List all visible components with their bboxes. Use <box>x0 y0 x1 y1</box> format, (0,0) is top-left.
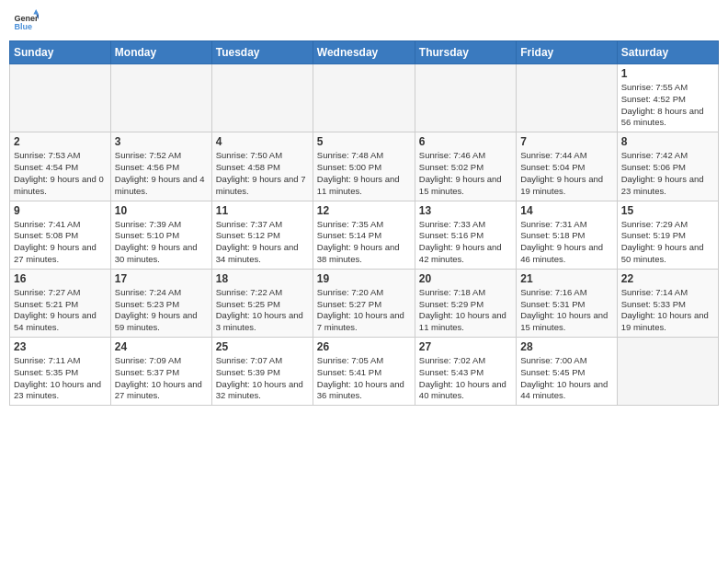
logo-icon: General Blue <box>13 9 39 35</box>
day-number: 1 <box>621 67 714 80</box>
day-number: 17 <box>115 272 208 285</box>
calendar-cell: 26Sunrise: 7:05 AM Sunset: 5:41 PM Dayli… <box>313 338 415 406</box>
calendar-cell: 19Sunrise: 7:20 AM Sunset: 5:27 PM Dayli… <box>313 269 415 337</box>
day-number: 19 <box>317 272 411 285</box>
logo: General Blue <box>13 9 39 35</box>
day-info: Sunrise: 7:05 AM Sunset: 5:41 PM Dayligh… <box>317 355 411 402</box>
day-number: 10 <box>115 204 208 217</box>
calendar-cell: 1Sunrise: 7:55 AM Sunset: 4:52 PM Daylig… <box>617 64 718 132</box>
weekday-header-saturday: Saturday <box>617 41 718 64</box>
calendar-cell: 16Sunrise: 7:27 AM Sunset: 5:21 PM Dayli… <box>10 269 111 337</box>
day-number: 2 <box>14 135 107 148</box>
weekday-header-friday: Friday <box>517 41 617 64</box>
day-number: 8 <box>621 135 714 148</box>
day-info: Sunrise: 7:22 AM Sunset: 5:25 PM Dayligh… <box>216 287 309 334</box>
weekday-header-tuesday: Tuesday <box>211 41 313 64</box>
calendar-cell: 2Sunrise: 7:53 AM Sunset: 4:54 PM Daylig… <box>10 132 111 201</box>
day-info: Sunrise: 7:18 AM Sunset: 5:29 PM Dayligh… <box>419 287 512 334</box>
weekday-header-row: SundayMondayTuesdayWednesdayThursdayFrid… <box>10 41 719 64</box>
day-info: Sunrise: 7:42 AM Sunset: 5:06 PM Dayligh… <box>621 150 714 197</box>
day-info: Sunrise: 7:09 AM Sunset: 5:37 PM Dayligh… <box>115 355 208 402</box>
day-info: Sunrise: 7:35 AM Sunset: 5:14 PM Dayligh… <box>317 219 411 266</box>
calendar-cell: 22Sunrise: 7:14 AM Sunset: 5:33 PM Dayli… <box>617 269 718 337</box>
calendar-cell <box>415 64 516 132</box>
calendar-cell: 17Sunrise: 7:24 AM Sunset: 5:23 PM Dayli… <box>110 269 211 337</box>
day-info: Sunrise: 7:50 AM Sunset: 4:58 PM Dayligh… <box>216 150 309 197</box>
calendar-cell: 23Sunrise: 7:11 AM Sunset: 5:35 PM Dayli… <box>10 338 111 406</box>
weekday-header-monday: Monday <box>110 41 211 64</box>
day-info: Sunrise: 7:33 AM Sunset: 5:16 PM Dayligh… <box>419 219 512 266</box>
day-number: 23 <box>14 340 107 353</box>
day-number: 13 <box>419 204 512 217</box>
day-number: 3 <box>115 135 208 148</box>
calendar-week-row: 1Sunrise: 7:55 AM Sunset: 4:52 PM Daylig… <box>10 64 719 132</box>
calendar-table: SundayMondayTuesdayWednesdayThursdayFrid… <box>9 40 719 406</box>
day-info: Sunrise: 7:20 AM Sunset: 5:27 PM Dayligh… <box>317 287 411 334</box>
calendar-cell: 3Sunrise: 7:52 AM Sunset: 4:56 PM Daylig… <box>110 132 211 201</box>
day-number: 20 <box>419 272 512 285</box>
calendar-cell <box>10 64 111 132</box>
day-info: Sunrise: 7:14 AM Sunset: 5:33 PM Dayligh… <box>621 287 714 334</box>
page-header: General Blue <box>9 9 719 35</box>
day-number: 4 <box>216 135 309 148</box>
day-number: 5 <box>317 135 411 148</box>
calendar-cell: 13Sunrise: 7:33 AM Sunset: 5:16 PM Dayli… <box>415 201 516 269</box>
calendar-cell <box>110 64 211 132</box>
day-info: Sunrise: 7:55 AM Sunset: 4:52 PM Dayligh… <box>621 82 714 129</box>
day-number: 11 <box>216 204 309 217</box>
svg-marker-2 <box>33 9 39 15</box>
day-info: Sunrise: 7:24 AM Sunset: 5:23 PM Dayligh… <box>115 287 208 334</box>
day-info: Sunrise: 7:39 AM Sunset: 5:10 PM Dayligh… <box>115 219 208 266</box>
day-info: Sunrise: 7:37 AM Sunset: 5:12 PM Dayligh… <box>216 219 309 266</box>
calendar-cell <box>313 64 415 132</box>
calendar-cell: 21Sunrise: 7:16 AM Sunset: 5:31 PM Dayli… <box>517 269 617 337</box>
day-info: Sunrise: 7:52 AM Sunset: 4:56 PM Dayligh… <box>115 150 208 197</box>
svg-text:General: General <box>14 14 39 23</box>
calendar-cell: 10Sunrise: 7:39 AM Sunset: 5:10 PM Dayli… <box>110 201 211 269</box>
day-info: Sunrise: 7:29 AM Sunset: 5:19 PM Dayligh… <box>621 219 714 266</box>
calendar-cell: 12Sunrise: 7:35 AM Sunset: 5:14 PM Dayli… <box>313 201 415 269</box>
day-number: 21 <box>520 272 612 285</box>
day-number: 26 <box>317 340 411 353</box>
calendar-cell: 4Sunrise: 7:50 AM Sunset: 4:58 PM Daylig… <box>211 132 313 201</box>
calendar-cell: 20Sunrise: 7:18 AM Sunset: 5:29 PM Dayli… <box>415 269 516 337</box>
calendar-cell: 27Sunrise: 7:02 AM Sunset: 5:43 PM Dayli… <box>415 338 516 406</box>
day-number: 12 <box>317 204 411 217</box>
day-info: Sunrise: 7:02 AM Sunset: 5:43 PM Dayligh… <box>419 355 512 402</box>
day-number: 16 <box>14 272 107 285</box>
calendar-cell: 9Sunrise: 7:41 AM Sunset: 5:08 PM Daylig… <box>10 201 111 269</box>
day-info: Sunrise: 7:27 AM Sunset: 5:21 PM Dayligh… <box>14 287 107 334</box>
calendar-cell: 7Sunrise: 7:44 AM Sunset: 5:04 PM Daylig… <box>517 132 617 201</box>
day-number: 14 <box>520 204 612 217</box>
calendar-cell: 25Sunrise: 7:07 AM Sunset: 5:39 PM Dayli… <box>211 338 313 406</box>
calendar-cell: 15Sunrise: 7:29 AM Sunset: 5:19 PM Dayli… <box>617 201 718 269</box>
calendar-week-row: 23Sunrise: 7:11 AM Sunset: 5:35 PM Dayli… <box>10 338 719 406</box>
calendar-cell: 18Sunrise: 7:22 AM Sunset: 5:25 PM Dayli… <box>211 269 313 337</box>
day-number: 28 <box>520 340 612 353</box>
calendar-cell: 24Sunrise: 7:09 AM Sunset: 5:37 PM Dayli… <box>110 338 211 406</box>
day-info: Sunrise: 7:48 AM Sunset: 5:00 PM Dayligh… <box>317 150 411 197</box>
calendar-cell <box>617 338 718 406</box>
calendar-cell: 8Sunrise: 7:42 AM Sunset: 5:06 PM Daylig… <box>617 132 718 201</box>
calendar-cell: 14Sunrise: 7:31 AM Sunset: 5:18 PM Dayli… <box>517 201 617 269</box>
day-number: 22 <box>621 272 714 285</box>
day-info: Sunrise: 7:53 AM Sunset: 4:54 PM Dayligh… <box>14 150 107 197</box>
calendar-cell: 28Sunrise: 7:00 AM Sunset: 5:45 PM Dayli… <box>517 338 617 406</box>
calendar-cell: 11Sunrise: 7:37 AM Sunset: 5:12 PM Dayli… <box>211 201 313 269</box>
day-info: Sunrise: 7:11 AM Sunset: 5:35 PM Dayligh… <box>14 355 107 402</box>
calendar-week-row: 16Sunrise: 7:27 AM Sunset: 5:21 PM Dayli… <box>10 269 719 337</box>
day-info: Sunrise: 7:44 AM Sunset: 5:04 PM Dayligh… <box>520 150 612 197</box>
day-number: 27 <box>419 340 512 353</box>
day-number: 25 <box>216 340 309 353</box>
day-number: 6 <box>419 135 512 148</box>
calendar-cell: 5Sunrise: 7:48 AM Sunset: 5:00 PM Daylig… <box>313 132 415 201</box>
day-info: Sunrise: 7:41 AM Sunset: 5:08 PM Dayligh… <box>14 219 107 266</box>
weekday-header-thursday: Thursday <box>415 41 516 64</box>
day-info: Sunrise: 7:16 AM Sunset: 5:31 PM Dayligh… <box>520 287 612 334</box>
weekday-header-sunday: Sunday <box>10 41 111 64</box>
svg-text:Blue: Blue <box>14 22 32 31</box>
day-number: 24 <box>115 340 208 353</box>
day-number: 9 <box>14 204 107 217</box>
day-number: 15 <box>621 204 714 217</box>
calendar-cell: 6Sunrise: 7:46 AM Sunset: 5:02 PM Daylig… <box>415 132 516 201</box>
